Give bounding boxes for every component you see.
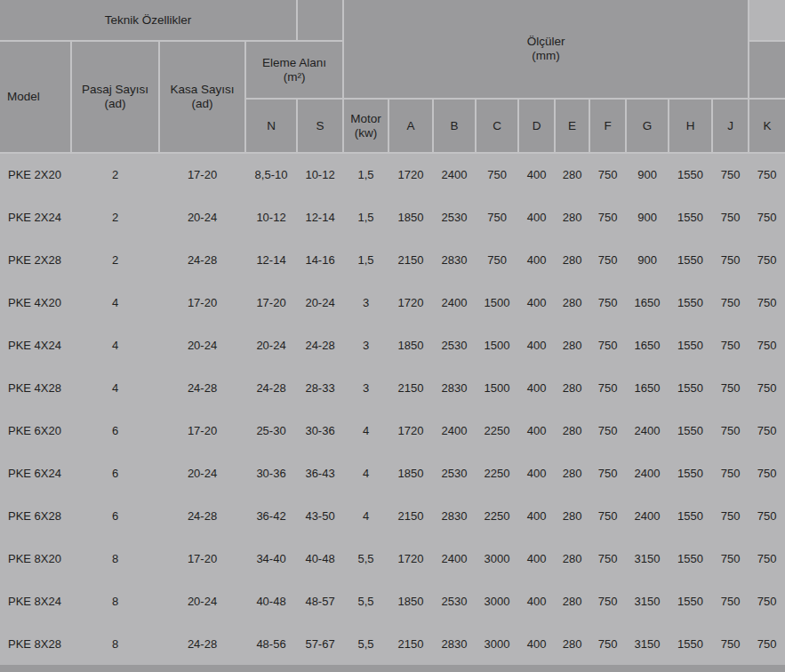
value-cell: 280 xyxy=(555,366,589,409)
table-row: PKE 2X20217-208,5-1010-121,5172024007504… xyxy=(0,153,785,196)
value-cell: 2 xyxy=(71,238,159,281)
header-cell-olculer: Ölçüler (mm) xyxy=(343,0,749,99)
value-cell: 12-14 xyxy=(245,238,297,281)
value-cell: 10-12 xyxy=(297,153,343,196)
olculer-line2: (mm) xyxy=(344,49,748,63)
motor-line1: Motor xyxy=(344,112,388,126)
value-cell: 1650 xyxy=(626,281,669,324)
table-row: PKE 4X28424-2824-2828-333215028301500400… xyxy=(0,366,785,409)
value-cell: 750 xyxy=(749,281,785,324)
value-cell: 36-43 xyxy=(297,452,343,494)
value-cell: 280 xyxy=(555,238,589,281)
value-cell: 2530 xyxy=(433,452,476,494)
header-cell-dim-g: G xyxy=(626,99,669,153)
value-cell: 1550 xyxy=(669,324,712,366)
value-cell: 750 xyxy=(712,494,749,537)
model-cell: PKE 2X28 xyxy=(0,238,71,281)
value-cell: 1,5 xyxy=(343,153,388,196)
value-cell: 1720 xyxy=(388,537,433,580)
value-cell: 30-36 xyxy=(245,452,297,494)
value-cell: 750 xyxy=(476,153,518,196)
model-cell: PKE 8X28 xyxy=(0,622,71,665)
eleme-line1: Eleme Alanı xyxy=(246,56,342,70)
value-cell: 750 xyxy=(749,580,785,622)
value-cell: 400 xyxy=(518,196,555,238)
value-cell: 1720 xyxy=(388,281,433,324)
value-cell: 24-28 xyxy=(159,238,245,281)
header-row-groups: Teknik Özellikler Ölçüler (mm) xyxy=(0,0,785,41)
value-cell: 1720 xyxy=(388,153,433,196)
value-cell: 12-14 xyxy=(297,196,343,238)
value-cell: 4 xyxy=(71,281,159,324)
value-cell: 3 xyxy=(343,281,388,324)
value-cell: 1,5 xyxy=(343,196,388,238)
value-cell: 20-24 xyxy=(297,281,343,324)
value-cell: 3150 xyxy=(626,537,669,580)
model-cell: PKE 6X20 xyxy=(0,409,71,452)
value-cell: 4 xyxy=(343,494,388,537)
value-cell: 20-24 xyxy=(159,580,245,622)
model-cell: PKE 6X24 xyxy=(0,452,71,494)
value-cell: 280 xyxy=(555,622,589,665)
value-cell: 14-16 xyxy=(297,238,343,281)
value-cell: 400 xyxy=(518,409,555,452)
table-row: PKE 4X20417-2017-2020-243172024001500400… xyxy=(0,281,785,324)
header-cell-model: Model xyxy=(0,41,71,153)
header-cell-eleme-alani: Eleme Alanı (m²) xyxy=(245,41,343,99)
value-cell: 750 xyxy=(749,324,785,366)
value-cell: 400 xyxy=(518,366,555,409)
value-cell: 1550 xyxy=(669,281,712,324)
value-cell: 1550 xyxy=(669,537,712,580)
value-cell: 2250 xyxy=(476,409,518,452)
value-cell: 2 xyxy=(71,196,159,238)
value-cell: 10-12 xyxy=(245,196,297,238)
table-row: PKE 6X20617-2025-3030-364172024002250400… xyxy=(0,409,785,452)
value-cell: 1500 xyxy=(476,324,518,366)
model-cell: PKE 4X24 xyxy=(0,324,71,366)
header-cell-dim-e: E xyxy=(555,99,589,153)
value-cell: 1550 xyxy=(669,409,712,452)
value-cell: 280 xyxy=(555,494,589,537)
value-cell: 1650 xyxy=(626,324,669,366)
value-cell: 400 xyxy=(518,622,555,665)
value-cell: 1550 xyxy=(669,622,712,665)
value-cell: 4 xyxy=(343,409,388,452)
value-cell: 400 xyxy=(518,153,555,196)
value-cell: 1500 xyxy=(476,366,518,409)
value-cell: 750 xyxy=(589,537,626,580)
header-cell-empty-top xyxy=(297,0,343,41)
value-cell: 750 xyxy=(589,409,626,452)
value-cell: 2400 xyxy=(433,153,476,196)
value-cell: 28-33 xyxy=(297,366,343,409)
value-cell: 2250 xyxy=(476,452,518,494)
value-cell: 750 xyxy=(712,409,749,452)
value-cell: 750 xyxy=(749,494,785,537)
value-cell: 280 xyxy=(555,153,589,196)
value-cell: 750 xyxy=(749,537,785,580)
value-cell: 280 xyxy=(555,196,589,238)
model-cell: PKE 6X28 xyxy=(0,494,71,537)
value-cell: 30-36 xyxy=(297,409,343,452)
olculer-line1: Ölçüler xyxy=(344,35,748,49)
kasa-line1: Kasa Sayısı xyxy=(160,83,244,97)
value-cell: 400 xyxy=(518,281,555,324)
value-cell: 8,5-10 xyxy=(245,153,297,196)
value-cell: 1850 xyxy=(388,580,433,622)
value-cell: 1,5 xyxy=(343,238,388,281)
value-cell: 2150 xyxy=(388,238,433,281)
value-cell: 2150 xyxy=(388,494,433,537)
value-cell: 750 xyxy=(749,452,785,494)
value-cell: 4 xyxy=(71,324,159,366)
value-cell: 750 xyxy=(712,622,749,665)
table-row: PKE 6X28624-2836-4243-504215028302250400… xyxy=(0,494,785,537)
value-cell: 750 xyxy=(749,153,785,196)
value-cell: 1650 xyxy=(626,366,669,409)
value-cell: 900 xyxy=(626,196,669,238)
value-cell: 2830 xyxy=(433,622,476,665)
table-row: PKE 2X24220-2410-1212-141,51850253075040… xyxy=(0,196,785,238)
value-cell: 48-57 xyxy=(297,580,343,622)
value-cell: 3 xyxy=(343,324,388,366)
value-cell: 8 xyxy=(71,622,159,665)
value-cell: 20-24 xyxy=(159,452,245,494)
value-cell: 2150 xyxy=(388,622,433,665)
